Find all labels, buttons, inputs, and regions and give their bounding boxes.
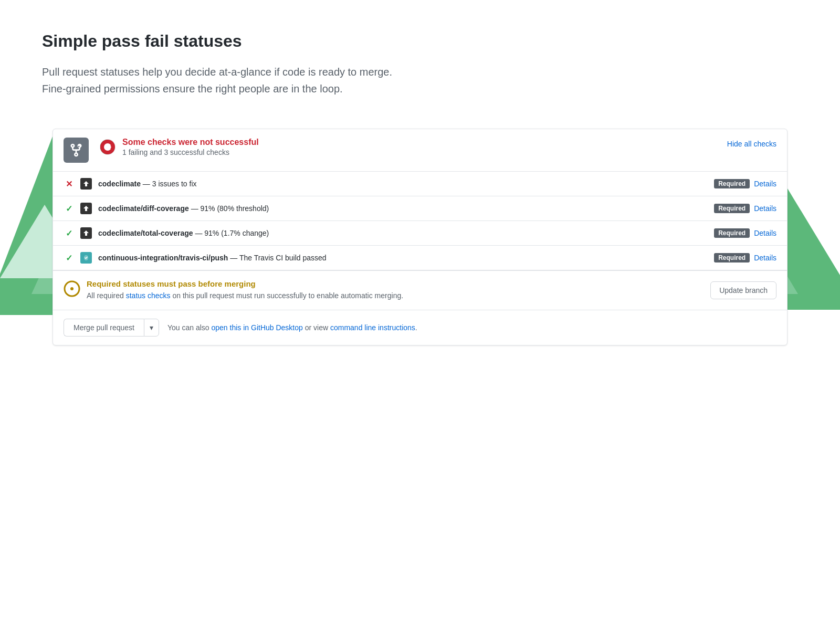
required-status-title: Required statuses must pass before mergi… xyxy=(87,279,704,288)
required-desc-post: on this pull request must run successful… xyxy=(171,291,404,300)
checks-title-area: Some checks were not successful 1 failin… xyxy=(122,138,721,156)
pr-status-card: ✕ Some checks were not successful 1 fail… xyxy=(52,129,788,345)
check-row: ✓ codeclimate/total-coverage — 91% (1.7%… xyxy=(53,221,787,246)
check-name: codeclimate — 3 issues to fix xyxy=(98,180,708,188)
travis-icon xyxy=(82,254,90,262)
codeclimate-icon xyxy=(82,229,90,237)
codeclimate-icon xyxy=(82,204,90,213)
check-pass-icon: ✓ xyxy=(64,228,74,238)
merge-pull-request-button[interactable]: Merge pull request xyxy=(64,319,144,337)
details-link[interactable]: Details xyxy=(754,180,776,188)
required-badge: Required xyxy=(714,179,750,188)
checks-fail-title: Some checks were not successful xyxy=(122,138,721,147)
codeclimate-logo xyxy=(80,203,92,214)
check-actions: Required Details xyxy=(714,204,776,213)
check-fail-icon: ✕ xyxy=(64,179,74,189)
required-badge: Required xyxy=(714,253,750,262)
pr-header-row: ✕ Some checks were not successful 1 fail… xyxy=(53,129,787,172)
check-row: ✕ codeclimate — 3 issues to fix Required… xyxy=(53,172,787,196)
checks-subtitle: 1 failing and 3 successful checks xyxy=(122,148,721,156)
check-pass-icon: ✓ xyxy=(64,204,74,214)
page-wrapper: Simple pass fail statuses Pull request s… xyxy=(0,0,840,630)
merge-info-post: . xyxy=(415,323,417,332)
check-row: ✓ continuous-integration/travis-ci/push … xyxy=(53,246,787,270)
details-link[interactable]: Details xyxy=(754,229,776,237)
git-merge-icon xyxy=(69,143,83,158)
check-pass-icon: ✓ xyxy=(64,253,74,263)
status-circle: ✕ xyxy=(99,139,116,158)
update-branch-button[interactable]: Update branch xyxy=(710,281,776,299)
page-title: Simple pass fail statuses xyxy=(42,32,798,51)
codeclimate-logo xyxy=(80,227,92,239)
svg-point-10 xyxy=(70,287,74,290)
header-section: Simple pass fail statuses Pull request s… xyxy=(0,0,840,118)
codeclimate-icon xyxy=(82,180,90,188)
description-line2: Fine-grained permissions ensure the righ… xyxy=(42,83,343,94)
checks-summary: ✕ Some checks were not successful 1 fail… xyxy=(97,138,776,158)
merge-dropdown-button[interactable]: ▾ xyxy=(144,319,159,337)
travis-ci-logo xyxy=(80,252,92,264)
command-line-instructions-link[interactable]: command line instructions xyxy=(330,323,415,332)
required-badge: Required xyxy=(714,228,750,238)
required-badge: Required xyxy=(714,204,750,213)
check-name: codeclimate/total-coverage — 91% (1.7% c… xyxy=(98,229,708,237)
check-row: ✓ codeclimate/diff-coverage — 91% (80% t… xyxy=(53,196,787,221)
check-actions: Required Details xyxy=(714,253,776,262)
warning-status-icon xyxy=(64,280,80,297)
check-actions: Required Details xyxy=(714,228,776,238)
svg-text:✕: ✕ xyxy=(110,144,114,150)
merge-section: Merge pull request ▾ You can also open t… xyxy=(53,310,787,345)
merge-info-mid: or view xyxy=(303,323,330,332)
merge-info-text: You can also open this in GitHub Desktop… xyxy=(167,323,417,332)
required-status-content: Required statuses must pass before mergi… xyxy=(87,279,704,301)
merge-info-pre: You can also xyxy=(167,323,212,332)
description-line1: Pull request statuses help you decide at… xyxy=(42,66,392,78)
required-desc-pre: All required xyxy=(87,291,126,300)
status-checks-link[interactable]: status checks xyxy=(126,291,171,300)
git-icon-box xyxy=(64,138,89,163)
details-link[interactable]: Details xyxy=(754,254,776,262)
required-status-description: All required status checks on this pull … xyxy=(87,290,704,301)
checks-header-row: ✕ Some checks were not successful 1 fail… xyxy=(99,138,776,158)
hide-all-checks-button[interactable]: Hide all checks xyxy=(727,138,776,150)
check-name: codeclimate/diff-coverage — 91% (80% thr… xyxy=(98,204,708,213)
check-name: continuous-integration/travis-ci/push — … xyxy=(98,254,708,262)
details-link[interactable]: Details xyxy=(754,204,776,213)
codeclimate-logo xyxy=(80,178,92,190)
required-status-section: Required statuses must pass before mergi… xyxy=(53,270,787,310)
page-description: Pull request statuses help you decide at… xyxy=(42,64,514,97)
check-actions: Required Details xyxy=(714,179,776,188)
partial-status-icon: ✕ xyxy=(99,139,116,155)
open-github-desktop-link[interactable]: open this in GitHub Desktop xyxy=(212,323,303,332)
